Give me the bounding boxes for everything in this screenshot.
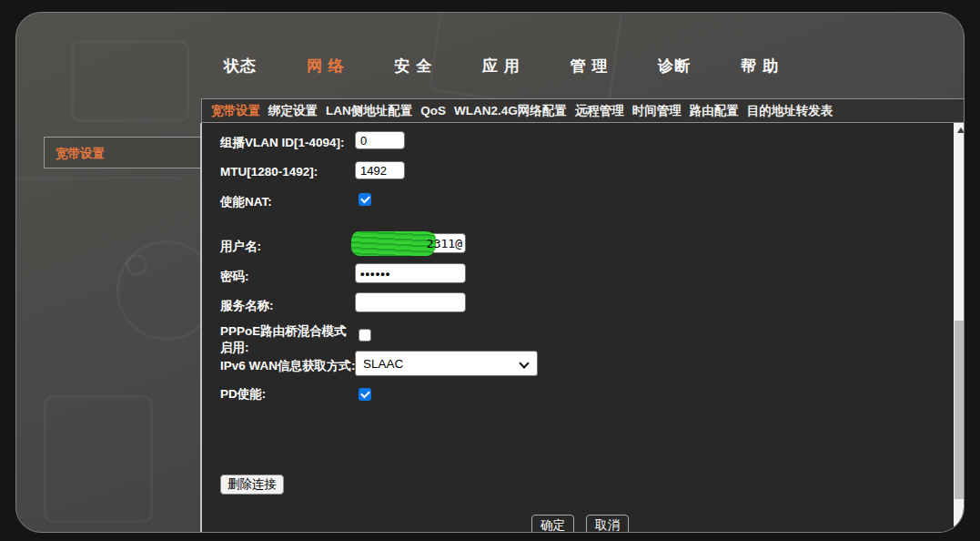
tab-security[interactable]: 安 全: [394, 56, 432, 77]
router-admin-window: ★ 状态 网 络 安 全 应 用 管 理 诊断 帮 助 宽带设置 绑定设置 LA…: [15, 12, 965, 533]
ok-button[interactable]: 确定: [531, 515, 574, 533]
delete-connection-button[interactable]: 删除连接: [220, 475, 284, 495]
sidebar-item-label: 宽带设置: [56, 147, 105, 160]
sub-navigation: 宽带设置 绑定设置 LAN侧地址配置 QoS WLAN2.4G网络配置 远程管理…: [201, 98, 965, 123]
pppoe-bridge-mode-label: PPPoE路由桥混合模式启用:: [220, 323, 359, 356]
mtu-input[interactable]: [355, 161, 405, 179]
multicast-vlan-input[interactable]: [355, 131, 405, 149]
tab-status[interactable]: 状态: [224, 56, 257, 77]
subnav-wlan24g-config[interactable]: WLAN2.4G网络配置: [454, 103, 567, 119]
multicast-vlan-label: 组播VLAN ID[1-4094]:: [220, 135, 345, 151]
watermark-shape: [126, 254, 147, 276]
chevron-down-icon: [519, 358, 529, 368]
tab-application[interactable]: 应 用: [482, 56, 520, 77]
tab-network[interactable]: 网 络: [307, 56, 345, 77]
cancel-button[interactable]: 取消: [586, 515, 629, 533]
pd-enable-label: PD使能:: [220, 386, 266, 403]
mtu-label: MTU[1280-1492]:: [220, 165, 318, 179]
nat-enable-checkbox[interactable]: [359, 193, 371, 206]
watermark-shape: [44, 395, 153, 523]
subnav-broadband-settings[interactable]: 宽带设置: [211, 103, 260, 119]
service-name-label: 服务名称:: [220, 298, 274, 314]
watermark-shape: [71, 40, 189, 122]
subnav-lan-address-config[interactable]: LAN侧地址配置: [326, 103, 412, 119]
password-input[interactable]: [355, 263, 466, 283]
username-input[interactable]: 2311@: [355, 233, 466, 253]
watermark-shape: [16, 177, 180, 179]
subnav-remote-management[interactable]: 远程管理: [575, 103, 624, 119]
broadband-settings-form: 组播VLAN ID[1-4094]: MTU[1280-1492]: 使能NAT…: [200, 123, 965, 533]
scrollbar-up-arrow[interactable]: [954, 123, 965, 137]
ipv6-wan-mode-selected-value: SLAAC: [363, 357, 403, 371]
scrollbar-down-arrow[interactable]: [954, 525, 965, 533]
username-redaction-scribble: [351, 231, 436, 256]
tab-management[interactable]: 管 理: [571, 56, 609, 77]
ipv6-wan-mode-label: IPv6 WAN信息获取方式:: [220, 358, 356, 374]
tab-help[interactable]: 帮 助: [741, 56, 779, 77]
triangle-down-icon: [957, 529, 965, 534]
subnav-dest-address-forward-table[interactable]: 目的地址转发表: [747, 103, 834, 119]
password-label: 密码:: [220, 269, 249, 285]
vertical-scrollbar[interactable]: [954, 123, 965, 533]
subnav-route-config[interactable]: 路由配置: [690, 103, 739, 119]
subnav-qos[interactable]: QoS: [420, 104, 446, 117]
username-visible-text: 2311@: [427, 237, 462, 250]
ipv6-wan-mode-select[interactable]: SLAAC: [355, 351, 538, 376]
scrollbar-thumb[interactable]: [955, 321, 965, 499]
sidebar-item-broadband-settings[interactable]: 宽带设置: [44, 137, 201, 168]
top-navigation: 状态 网 络 安 全 应 用 管 理 诊断 帮 助: [224, 56, 779, 77]
pppoe-bridge-mode-checkbox[interactable]: [359, 329, 371, 342]
service-name-input[interactable]: [355, 292, 466, 312]
triangle-up-icon: [957, 128, 965, 133]
username-label: 用户名:: [220, 239, 261, 255]
subnav-binding-settings[interactable]: 绑定设置: [268, 103, 318, 119]
pd-enable-checkbox[interactable]: [359, 388, 371, 401]
subnav-time-management[interactable]: 时间管理: [632, 103, 682, 119]
nat-enable-label: 使能NAT:: [220, 194, 272, 210]
tab-diagnostics[interactable]: 诊断: [658, 56, 691, 77]
